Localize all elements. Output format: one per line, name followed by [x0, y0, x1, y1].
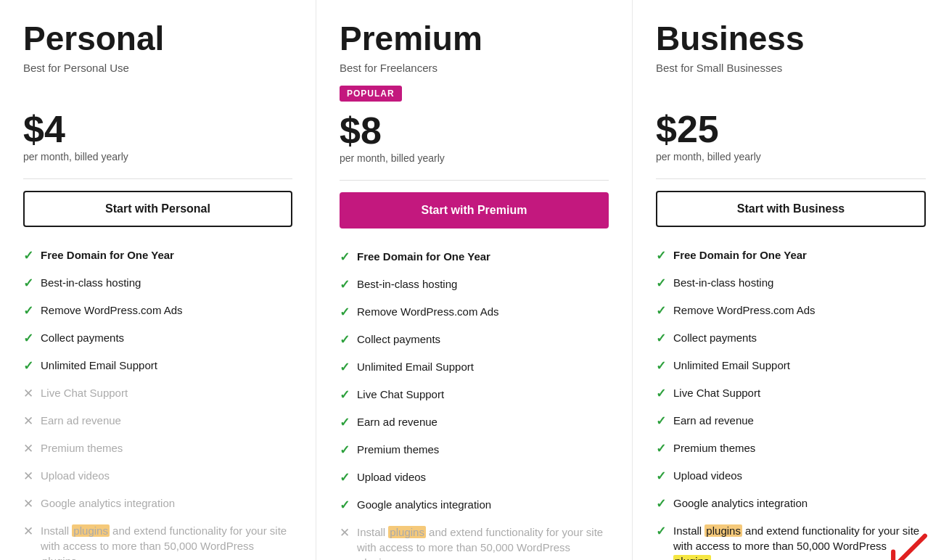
check-icon: ✓ [340, 277, 350, 292]
feature-text: Unlimited Email Support [357, 359, 474, 374]
plan-name-personal: Personal [23, 20, 292, 57]
plan-col-premium: PremiumBest for FreelancersPOPULAR$8per … [316, 0, 633, 560]
feature-text: Free Domain for One Year [41, 247, 174, 263]
check-icon: ✓ [656, 524, 666, 539]
feature-text: Best-in-class hosting [357, 276, 457, 292]
feature-item: ✓Unlimited Email Support [340, 359, 609, 375]
feature-text: Google analytics integration [41, 495, 175, 511]
x-icon: ✕ [23, 386, 33, 401]
feature-item: ✓Remove WordPress.com Ads [656, 302, 926, 318]
check-icon: ✓ [656, 413, 666, 429]
arrow-decoration [884, 530, 934, 560]
check-icon: ✓ [656, 248, 666, 263]
plan-col-business: BusinessBest for Small Businesses$25per … [633, 0, 949, 560]
feature-item: ✕Install plugins and extend functionalit… [340, 524, 609, 560]
plan-name-premium: Premium [340, 20, 609, 57]
check-icon: ✓ [656, 469, 666, 484]
check-icon: ✓ [340, 332, 350, 347]
check-icon: ✓ [656, 441, 666, 456]
feature-text: Free Domain for One Year [673, 247, 807, 263]
feature-text: Premium themes [673, 440, 755, 456]
plan-tagline-personal: Best for Personal Use [23, 62, 292, 74]
features-list-personal: ✓Free Domain for One Year✓Best-in-class … [23, 247, 292, 560]
plan-billing-premium: per month, billed yearly [340, 152, 609, 164]
check-icon: ✓ [656, 276, 666, 291]
feature-text: Unlimited Email Support [673, 358, 790, 373]
check-icon: ✓ [340, 250, 350, 265]
feature-item: ✓Collect payments [656, 330, 926, 346]
feature-item: ✕Upload videos [23, 468, 292, 484]
feature-item: ✓Unlimited Email Support [656, 358, 926, 374]
feature-text: Collect payments [357, 332, 440, 347]
feature-text: Install plugins and extend functionality… [357, 524, 609, 560]
feature-text: Premium themes [357, 442, 439, 457]
feature-item: ✓Upload videos [340, 469, 609, 485]
check-icon: ✓ [656, 331, 666, 346]
feature-text: Unlimited Email Support [41, 358, 157, 373]
check-icon: ✓ [656, 386, 666, 401]
feature-item: ✕Google analytics integration [23, 495, 292, 511]
feature-item: ✓Collect payments [340, 332, 609, 347]
plan-tagline-business: Best for Small Businesses [656, 62, 926, 74]
check-icon: ✓ [340, 387, 350, 403]
plan-billing-business: per month, billed yearly [656, 151, 926, 162]
feature-item: ✓Free Domain for One Year [656, 247, 926, 263]
feature-item: ✕Premium themes [23, 440, 292, 456]
features-list-premium: ✓Free Domain for One Year✓Best-in-class … [340, 249, 609, 560]
feature-item: ✓Earn ad revenue [656, 413, 926, 429]
feature-item: ✓Best-in-class hosting [340, 276, 609, 292]
check-icon: ✓ [23, 331, 33, 346]
feature-text: Remove WordPress.com Ads [41, 302, 183, 318]
features-list-business: ✓Free Domain for One Year✓Best-in-class … [656, 247, 926, 560]
feature-text: Earn ad revenue [357, 414, 437, 429]
feature-text: Google analytics integration [357, 497, 491, 512]
feature-text: Live Chat Support [673, 385, 760, 400]
x-icon: ✕ [23, 469, 33, 484]
feature-item: ✓Google analytics integration [656, 495, 926, 511]
check-icon: ✓ [656, 358, 666, 374]
feature-item: ✓Unlimited Email Support [23, 358, 292, 374]
feature-item: ✓Best-in-class hosting [656, 275, 926, 291]
check-icon: ✓ [340, 442, 350, 458]
feature-item: ✕Live Chat Support [23, 385, 292, 401]
start-btn-business[interactable]: Start with Business [656, 191, 926, 227]
feature-text: Collect payments [41, 330, 124, 345]
plan-price-business: $25 [656, 110, 926, 148]
feature-item: ✓Best-in-class hosting [23, 275, 292, 291]
check-icon: ✓ [23, 358, 33, 374]
check-icon: ✓ [656, 496, 666, 511]
feature-text: Remove WordPress.com Ads [673, 302, 816, 318]
check-icon: ✓ [340, 470, 350, 485]
feature-text: Upload videos [357, 469, 426, 485]
feature-text: Premium themes [41, 440, 123, 456]
x-icon: ✕ [340, 525, 350, 540]
feature-text: Live Chat Support [41, 385, 128, 400]
x-icon: ✕ [23, 413, 33, 429]
feature-text: Google analytics integration [673, 495, 808, 511]
feature-item: ✕Earn ad revenue [23, 413, 292, 429]
feature-item: ✓Upload videos [656, 468, 926, 484]
feature-text: Install plugins and extend functionality… [41, 523, 292, 560]
feature-text: Earn ad revenue [41, 413, 121, 428]
feature-item: ✓Remove WordPress.com Ads [23, 302, 292, 318]
check-icon: ✓ [340, 305, 350, 320]
feature-item: ✓Live Chat Support [340, 387, 609, 403]
check-icon: ✓ [23, 303, 33, 318]
check-icon: ✓ [340, 415, 350, 430]
start-btn-personal[interactable]: Start with Personal [23, 191, 292, 227]
x-icon: ✕ [23, 441, 33, 456]
feature-item: ✓Google analytics integration [340, 497, 609, 513]
pricing-grid: PersonalBest for Personal Use$4per month… [0, 0, 949, 560]
x-icon: ✕ [23, 496, 33, 511]
feature-item: ✓Earn ad revenue [340, 414, 609, 430]
check-icon: ✓ [23, 248, 33, 263]
feature-item: ✓Free Domain for One Year [23, 247, 292, 263]
x-icon: ✕ [23, 524, 33, 539]
start-btn-premium[interactable]: Start with Premium [340, 192, 609, 228]
feature-text: Best-in-class hosting [673, 275, 773, 290]
plan-price-premium: $8 [340, 112, 609, 149]
feature-text: Free Domain for One Year [357, 249, 490, 264]
feature-text: Remove WordPress.com Ads [357, 304, 499, 319]
popular-badge: POPULAR [340, 86, 402, 102]
feature-item: ✓Collect payments [23, 330, 292, 346]
